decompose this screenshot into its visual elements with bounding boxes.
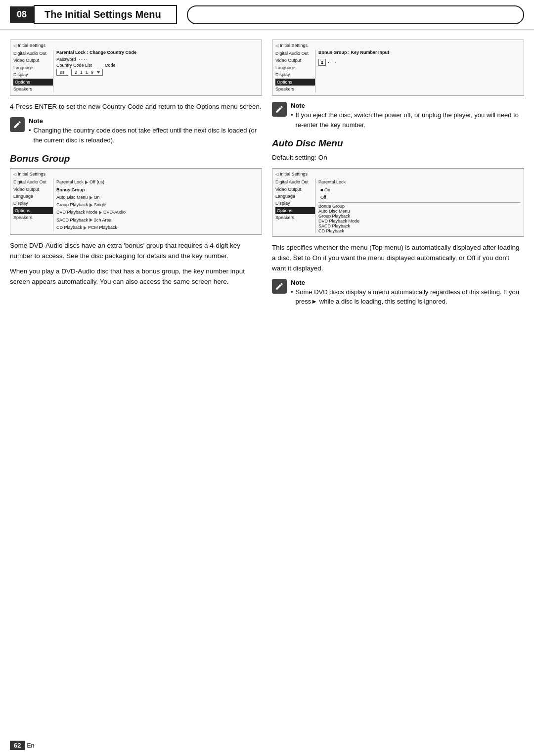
language-label: En: [27, 742, 34, 749]
panel-row-country-values: us 2 1 1 9: [56, 69, 259, 76]
bk-menu-video: Video Output: [275, 57, 315, 64]
cd-label: CD Playback: [56, 224, 82, 231]
auto-menu-video: Video Output: [275, 186, 315, 193]
bonus-key-menu: Digital Audio Out Video Output Language …: [275, 50, 315, 92]
left-column: ◁ Initial Settings Digital Audio Out Vid…: [10, 40, 262, 314]
auto-panel-off: Off: [318, 194, 521, 201]
menu-item-digital-audio: Digital Audio Out: [13, 50, 53, 57]
chapter-number: 08: [10, 6, 34, 23]
arrow-cd: [84, 226, 87, 230]
auto-menu-list: Digital Audio Out Video Output Language …: [275, 178, 315, 233]
arrow-group-playback: [89, 203, 92, 207]
sacd-value: 2ch Area: [94, 217, 112, 224]
bonus-menu-language: Language: [13, 193, 53, 200]
page-footer: 62 En: [10, 741, 35, 750]
country-code-us: us: [56, 69, 68, 76]
digit-2: 1: [79, 70, 84, 75]
row-cd: CD Playback PCM Playback: [56, 224, 259, 231]
auto-disc-label: Auto Disc Menu: [56, 194, 88, 201]
screen-menu-left-1: Digital Audio Out Video Output Language …: [13, 50, 53, 92]
row-group-playback: Group Playback Single: [56, 201, 259, 209]
note-content-1: Note Changing the country code does not …: [29, 117, 262, 146]
parental-lock-value: Off (us): [89, 178, 104, 186]
panel-row-country-headers: Country Code List Code: [56, 63, 259, 68]
bonus-key-screen-header: ◁ Initial Settings: [275, 43, 521, 48]
row-parental-lock: Parental Lock Off (us): [56, 178, 259, 186]
panel-row-password: Password · · · ·: [56, 57, 259, 62]
arrow-auto-disc: [89, 196, 92, 200]
bonus-menu-speakers: Speakers: [13, 214, 53, 221]
auto-screen-body: Digital Audio Out Video Output Language …: [275, 178, 521, 233]
auto-menu-language: Language: [275, 193, 315, 200]
auto-disc-screen-header: ◁ Initial Settings: [275, 172, 521, 177]
menu-item-options-highlighted: Options: [13, 79, 53, 86]
dvd-mode-label: DVD Playback Mode: [56, 209, 97, 216]
parental-lock-label: Parental Lock: [56, 178, 84, 186]
cd-value: PCM Playback: [88, 224, 117, 231]
note-icon-2: [272, 102, 287, 117]
sacd-label: SACD Playback: [56, 217, 88, 224]
screen-header-1: ◁ Initial Settings: [13, 43, 259, 48]
auto-menu-digital: Digital Audio Out: [275, 178, 315, 185]
dvd-mode-value: DVD-Audio: [103, 209, 126, 216]
auto-disc-screen: ◁ Initial Settings Digital Audio Out Vid…: [272, 168, 524, 237]
panel-divider: [318, 202, 521, 203]
group-playback-label: Group Playback: [56, 201, 88, 209]
password-label: Password: [56, 57, 76, 62]
row-sacd: SACD Playback 2ch Area: [56, 217, 259, 224]
menu-item-speakers: Speakers: [13, 86, 53, 92]
auto-panel: Parental Lock ■ On Off Bonus Group Auto …: [315, 178, 521, 233]
bonus-menu-digital: Digital Audio Out: [13, 178, 53, 185]
triangle-icon-2: ◁: [275, 44, 278, 48]
bonus-menu-display: Display: [13, 200, 53, 207]
row-auto-disc: Auto Disc Menu On: [56, 194, 259, 201]
triangle-icon-auto: ◁: [275, 172, 278, 177]
main-content: ◁ Initial Settings Digital Audio Out Vid…: [0, 30, 534, 314]
bonus-screen-header: ◁ Initial Settings: [13, 172, 259, 177]
note-1: Note Changing the country code does not …: [10, 117, 262, 146]
auto-panel-auto-disc: Auto Disc Menu: [318, 209, 521, 214]
bonus-body-1: Some DVD-Audio discs have an extra 'bonu…: [10, 241, 262, 262]
pencil-icon: [13, 120, 22, 129]
panel-title-1: Parental Lock : Change Country Code: [56, 50, 259, 55]
bonus-key-body: Digital Audio Out Video Output Language …: [275, 50, 521, 92]
bonus-screen-title: Initial Settings: [18, 172, 45, 177]
header-oval-decoration: [187, 5, 524, 24]
auto-disc-heading: Auto Disc Menu: [272, 138, 524, 149]
bk-menu-digital: Digital Audio Out: [275, 50, 315, 57]
note-content-2: Note If you eject the disc, switch the p…: [291, 102, 524, 131]
screen-title-1: Initial Settings: [18, 43, 45, 48]
auto-panel-dvd-mode: DVD Playback Mode: [318, 219, 521, 223]
auto-panel-bonus-group: Bonus Group: [318, 204, 521, 209]
auto-menu-options: Options: [275, 207, 315, 214]
digit-scroll-arrow: [96, 71, 100, 74]
bonus-menu-options: Options: [13, 207, 53, 214]
bk-menu-display: Display: [275, 71, 315, 78]
code-label: Code: [105, 63, 116, 68]
page-header: 08 The Initial Settings Menu: [0, 0, 534, 30]
bonus-screen-body: Digital Audio Out Video Output Language …: [13, 178, 259, 231]
parental-lock-screen: ◁ Initial Settings Digital Audio Out Vid…: [10, 40, 262, 96]
group-playback-value: Single: [94, 201, 106, 209]
auto-on-option: ■ On: [320, 186, 330, 194]
bonus-key-panel-title: Bonus Group : Key Number Input: [318, 50, 521, 55]
bonus-key-title: Initial Settings: [280, 43, 308, 48]
note-bullet-3: Some DVD discs display a menu automatica…: [291, 287, 524, 307]
menu-item-video-output: Video Output: [13, 57, 53, 64]
auto-panel-group-play: Group Playback: [318, 214, 521, 219]
menu-item-language: Language: [13, 64, 53, 71]
arrow-dvd-mode: [99, 211, 102, 215]
bk-menu-language: Language: [275, 64, 315, 71]
auto-panel-parental: Parental Lock: [318, 178, 521, 186]
password-dots: · · · ·: [79, 57, 88, 62]
bonus-body-2: When you play a DVD-Audio disc that has …: [10, 267, 262, 287]
menu-item-display: Display: [13, 71, 53, 78]
key-dot-1: ·: [328, 59, 329, 65]
auto-disc-value: On: [94, 194, 100, 201]
step4-text: 4 Press ENTER to set the new Country Cod…: [10, 102, 262, 112]
bonus-key-panel: Bonus Group : Key Number Input 2 · · ·: [315, 50, 521, 92]
key-dot-2: ·: [331, 59, 333, 65]
note-3: Note Some DVD discs display a menu autom…: [272, 279, 524, 308]
note-bullet-1: Changing the country code does not take …: [29, 126, 262, 145]
auto-panel-cd: CD Playback: [318, 228, 521, 233]
